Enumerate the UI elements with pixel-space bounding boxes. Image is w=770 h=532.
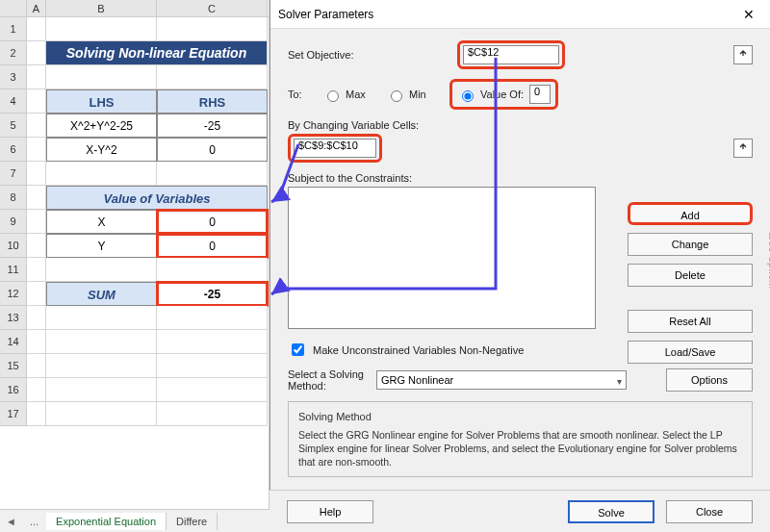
eq2-lhs[interactable]: X-Y^2 [46,138,157,162]
row-7[interactable]: 7 [0,162,27,186]
row-5[interactable]: 5 [0,114,27,138]
tab-differential[interactable]: Differe [167,513,218,530]
title-banner[interactable]: Solving Non-linear Equation [46,41,268,65]
help-button[interactable]: Help [287,500,373,523]
row-15[interactable]: 15 [0,354,27,378]
row-10[interactable]: 10 [0,234,27,258]
min-radio-input[interactable] [391,90,402,102]
solve-button[interactable]: Solve [568,500,654,523]
sum-value[interactable]: -25 [157,282,268,306]
cell-B1[interactable] [46,17,157,41]
objective-input[interactable]: $C$12 [463,45,559,64]
cell-C17[interactable] [157,402,268,426]
cell-A16[interactable] [27,378,46,402]
objective-range-button[interactable] [733,45,753,64]
unconstrained-checkbox-input[interactable] [292,343,304,356]
cell-A4[interactable] [27,89,46,114]
close-button[interactable]: Close [666,500,753,523]
cell-A5[interactable] [27,114,46,138]
method-select[interactable]: GRG Nonlinear [376,370,627,390]
dialog-titlebar[interactable]: Solver Parameters ✕ [270,0,770,29]
cell-C11[interactable] [157,258,268,282]
row-17[interactable]: 17 [0,402,27,426]
lhs-header[interactable]: LHS [46,89,157,114]
row-9[interactable]: 9 [0,210,27,234]
selectall-corner[interactable] [0,0,27,16]
row-2[interactable]: 2 [0,41,27,65]
cell-A7[interactable] [27,162,46,186]
change-button[interactable]: Change [628,233,753,256]
row-13[interactable]: 13 [0,306,27,330]
eq1-rhs[interactable]: -25 [157,114,268,138]
row-16[interactable]: 16 [0,378,27,402]
cell-A15[interactable] [27,354,46,378]
col-A[interactable]: A [27,0,46,16]
cell-B15[interactable] [46,354,157,378]
changing-range-button[interactable] [733,139,753,158]
constraints-listbox[interactable] [288,187,596,329]
cell-A1[interactable] [27,17,46,41]
cell-B7[interactable] [46,162,157,186]
cell-C15[interactable] [157,354,268,378]
min-radio[interactable]: Min [386,88,444,102]
cell-A6[interactable] [27,138,46,162]
options-button[interactable]: Options [666,368,753,392]
row-11[interactable]: 11 [0,258,27,282]
cell-A2[interactable] [27,41,46,65]
close-icon[interactable]: ✕ [735,7,762,22]
row-6[interactable]: 6 [0,138,27,162]
row-8[interactable]: 8 [0,186,27,210]
changing-cells-input[interactable]: $C$9:$C$10 [294,139,376,158]
add-button[interactable]: Add [628,202,753,225]
rhs-header[interactable]: RHS [157,89,268,114]
delete-button[interactable]: Delete [628,264,753,287]
cell-B16[interactable] [46,378,157,402]
cell-C1[interactable] [157,17,268,41]
eq1-lhs[interactable]: X^2+Y^2-25 [46,114,157,138]
valueof-radio-input[interactable] [462,90,474,102]
tab-exponential[interactable]: Exponential Equation [46,513,167,530]
cell-B13[interactable] [46,306,157,330]
cell-C13[interactable] [157,306,268,330]
loadsave-button[interactable]: Load/Save [628,341,753,364]
row-1[interactable]: 1 [0,17,27,41]
cell-A8[interactable] [27,186,46,210]
cell-A9[interactable] [27,210,46,234]
col-C[interactable]: C [157,0,268,16]
cell-C3[interactable] [157,65,268,89]
cell-A10[interactable] [27,234,46,258]
col-B[interactable]: B [46,0,157,16]
x-label[interactable]: X [46,210,157,234]
cell-B14[interactable] [46,330,157,354]
cell-C7[interactable] [157,162,268,186]
x-value[interactable]: 0 [157,210,268,234]
sum-label[interactable]: SUM [46,282,157,306]
max-radio[interactable]: Max [322,88,380,102]
cell-A13[interactable] [27,306,46,330]
cell-A11[interactable] [27,258,46,282]
cell-B3[interactable] [46,65,157,89]
y-value[interactable]: 0 [157,234,268,258]
row-3[interactable]: 3 [0,65,27,89]
resetall-button[interactable]: Reset All [628,310,753,333]
row-4[interactable]: 4 [0,89,27,114]
constraints-label: Subject to the Constraints: [288,172,753,184]
cell-B17[interactable] [46,402,157,426]
variables-header[interactable]: Value of Variables [46,186,268,210]
max-radio-input[interactable] [327,90,339,102]
row-14[interactable]: 14 [0,330,27,354]
valueof-input[interactable]: 0 [529,85,551,104]
cell-A17[interactable] [27,402,46,426]
tab-overflow[interactable]: ... [22,516,46,527]
tab-nav-prev[interactable]: ◄ [0,516,22,527]
cell-A14[interactable] [27,330,46,354]
valueof-radio[interactable]: Value Of: [457,88,524,102]
cell-B11[interactable] [46,258,157,282]
cell-C14[interactable] [157,330,268,354]
eq2-rhs[interactable]: 0 [157,138,268,162]
y-label[interactable]: Y [46,234,157,258]
cell-C16[interactable] [157,378,268,402]
cell-A12[interactable] [27,282,46,306]
cell-A3[interactable] [27,65,46,89]
row-12[interactable]: 12 [0,282,27,306]
